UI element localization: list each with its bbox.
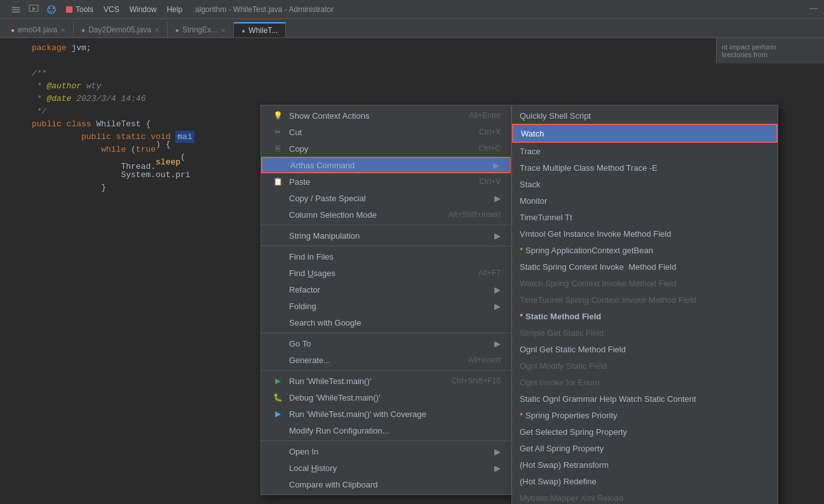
arthas-submenu-panel: Quickly Shell Script Watch Trace Trace M… [511,105,778,504]
window-title: algorithm - WhileTest.java - Administrat… [195,5,334,14]
arthas-get-selected-spring-prop[interactable]: Get Selected Spring Property [512,423,778,440]
arthas-timetunnel[interactable]: TimeTunnel Tt [512,209,778,225]
ctx-run-coverage[interactable]: ▶ Run 'WhileTest.main()' with Coverage [261,406,511,422]
ctx-folding[interactable]: Folding ▶ [261,298,511,314]
arthas-trace-multiple[interactable]: Trace Multiple Class Method Trace -E [512,159,778,176]
copy-icon: ⎘ [271,144,284,153]
back-icon[interactable] [10,3,22,16]
ctx-debug[interactable]: 🐛 Debug 'WhileTest.main()' [261,389,511,406]
ctx-search-google[interactable]: Search with Google [261,314,511,331]
tab-bar: ● emo04.java ✕ ● Day2Demo05.java ✕ ● Str… [0,19,824,38]
ctx-find-in-files[interactable]: Find in Files [261,248,511,265]
menu-help[interactable]: Help [166,5,182,14]
ctx-column-selection[interactable]: Column Selection Mode Alt+Shift+Insert [261,206,511,223]
svg-rect-8 [66,6,72,13]
ctx-separator-2 [261,246,511,246]
code-line-1: package jvm; [0,41,260,54]
arthas-vmtool[interactable]: Vmtool Get Instance Invoke Method Field [512,225,778,242]
menu-vcs[interactable]: VCS [104,5,119,14]
arthas-spring-props-priority[interactable]: * Spring Properties Priority [512,407,778,423]
code-line-3: /** [0,67,260,79]
main-content: package jvm; /** * @author wty * @date 2… [0,38,824,504]
svg-point-7 [53,7,54,8]
ctx-run[interactable]: ▶ Run 'WhileTest.main()' Ctrl+Shift+F10 [261,373,511,389]
ctx-refactor[interactable]: Refactor ▶ [261,281,511,298]
menu-window[interactable]: Window [130,5,157,14]
ctx-local-history[interactable]: Local History ▶ [261,460,511,476]
ctx-separator-4 [261,370,511,371]
svg-rect-1 [12,9,20,10]
ctx-find-usages[interactable]: Find Usages Alt+F7 [261,265,511,281]
arthas-simple-get-static[interactable]: Simple Get Static Field [512,324,778,341]
bulb-icon: 💡 [271,111,284,120]
ctx-generate[interactable]: Generate... Alt+Insert [261,352,511,368]
arthas-get-all-spring-prop[interactable]: Get All Spring Property [512,440,778,456]
ctx-show-context-actions[interactable]: 💡 Show Context Actions Alt+Enter [261,107,511,124]
ctx-separator-3 [261,333,511,333]
ctx-string-manipulation[interactable]: String Manipulation ▶ [261,227,511,244]
ctx-cut[interactable]: ✂ Cut Ctrl+X [261,124,511,140]
tab-stringex[interactable]: ● StringEx... ✕ [168,22,234,37]
java-icon: ● [11,27,15,34]
java-icon3: ● [175,27,179,34]
arthas-hotswap-redefine[interactable]: (Hot Swap) Redefine [512,473,778,489]
code-line-4: * @author wty [0,79,260,92]
notice-text-2: lirectories from [722,51,819,58]
svg-point-5 [48,6,55,13]
code-line-5: * @date 2023/3/4 14:46 [0,92,260,105]
arthas-static-method-field-header: * Static Method Field [512,308,778,324]
tab-close-icon2[interactable]: ✕ [154,27,159,34]
stop-icon[interactable] [63,3,76,16]
context-menu: 💡 Show Context Actions Alt+Enter ✂ Cut C… [260,105,511,495]
java-icon4: ● [241,27,245,34]
ctx-compare-clipboard[interactable]: Compare with Clipboard [261,476,511,493]
paste-icon: 📋 [271,177,284,186]
tab-label3: StringEx... [182,25,217,34]
arthas-trace[interactable]: Trace [512,143,778,159]
arthas-static-spring-context[interactable]: Static Spring Context Invoke Method Fiel… [512,258,778,275]
arthas-ognl-invoke-enum[interactable]: Ognl Invoke for Enum [512,374,778,390]
cut-icon: ✂ [271,128,284,136]
ctx-separator-5 [261,441,511,441]
arthas-quickly-shell[interactable]: Quickly Shell Script [512,107,778,124]
svg-marker-4 [32,7,36,11]
ctx-go-to[interactable]: Go To ▶ [261,335,511,352]
code-editor: package jvm; /** * @author wty * @date 2… [0,38,260,504]
toolbar-icons [10,3,76,16]
tab-day2demo05[interactable]: ● Day2Demo05.java ✕ [74,22,168,37]
ctx-copy[interactable]: ⎘ Copy Ctrl+C [261,140,511,157]
coverage-icon: ▶ [271,409,284,418]
tab-close-icon3[interactable]: ✕ [220,27,226,34]
tab-emo04[interactable]: ● emo04.java ✕ [3,22,74,37]
title-bar: Tools VCS Window Help algorithm - WhileT… [0,0,824,19]
arthas-watch-spring-context[interactable]: Watch Spring Context Invoke Method Field [512,275,778,291]
arthas-timetunnel-spring[interactable]: TimeTunnel Spring Context Invoke Method … [512,291,778,308]
arthas-hotswap-retransform[interactable]: (Hot Swap) Retransform [512,456,778,473]
menu-tools[interactable]: Tools [76,5,93,14]
run-config-icon[interactable] [27,3,40,16]
arthas-ognl-modify[interactable]: Ognl Modify Static Field [512,357,778,374]
ctx-paste[interactable]: 📋 Paste Ctrl+V [261,173,511,190]
arthas-ognl-get-static[interactable]: Ognl Get Static Method Field [512,341,778,357]
debug-icon: 🐛 [271,393,284,402]
ctx-modify-run[interactable]: Modify Run Configuration... [261,422,511,439]
arthas-spring-getbean[interactable]: * Spring ApplicationContext getBean [512,242,778,258]
arthas-static-ognl-grammar[interactable]: Static Ognl Grammar Help Watch Static Co… [512,390,778,407]
tab-label: emo04.java [18,25,57,34]
ctx-open-in[interactable]: Open In ▶ [261,443,511,460]
debug-config-icon[interactable] [45,3,58,16]
ctx-copy-paste-special[interactable]: Copy / Paste Special ▶ [261,190,511,206]
ctx-separator-1 [261,225,511,225]
arthas-mybatis-mapper[interactable]: Mybatis Mapper Xml Reload [512,489,778,504]
arthas-watch[interactable]: Watch [512,124,778,143]
ctx-arthas-command[interactable]: Arthas Command ▶ [261,157,511,173]
notice-text-1: nt impact perform [722,43,819,51]
arthas-stack[interactable]: Stack [512,176,778,192]
tab-close-icon[interactable]: ✕ [60,27,65,34]
arthas-monitor[interactable]: Monitor [512,192,778,209]
code-line-6: */ [0,105,260,117]
svg-rect-0 [12,7,20,8]
svg-point-6 [49,7,50,8]
minimize-button[interactable]: — [809,3,818,13]
tab-whiletest[interactable]: ● WhileT... [234,22,286,37]
